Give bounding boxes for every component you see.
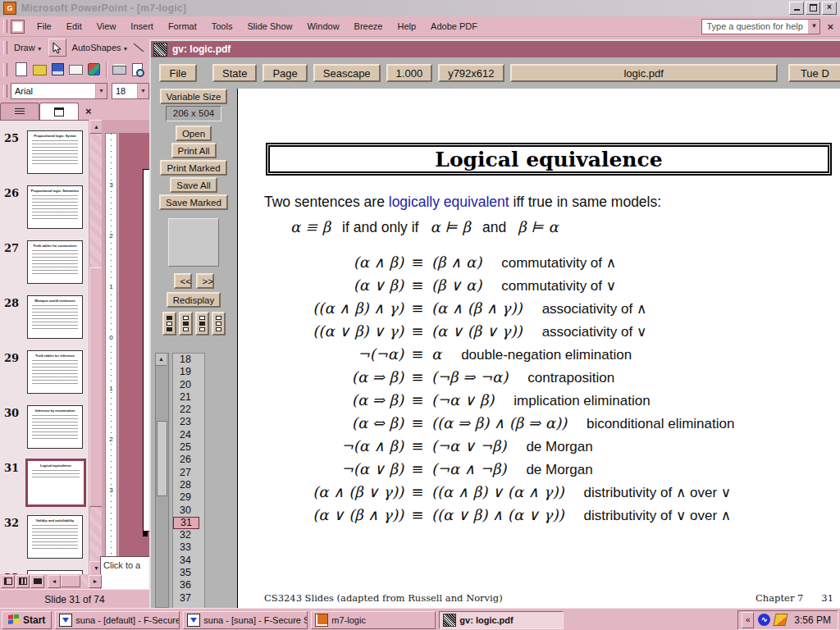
gv-y792x612-button[interactable]: y792x612: [438, 64, 504, 82]
thumbnail-scrollbar[interactable]: ▲ ▼: [89, 120, 103, 574]
toolbar-grip[interactable]: [3, 41, 7, 54]
gv-unmark-button[interactable]: [212, 312, 226, 336]
toolbar-grip[interactable]: [3, 84, 7, 98]
search-icon[interactable]: [86, 62, 101, 76]
scrollbar-thumb[interactable]: [157, 421, 167, 496]
gv-print-all-button[interactable]: Print All: [171, 143, 217, 158]
gv-save-all-button[interactable]: Save All: [170, 177, 217, 193]
fsecure-tray-icon[interactable]: ∿: [758, 614, 770, 626]
gv-mark-all-button[interactable]: [162, 312, 176, 336]
thumbnail-box[interactable]: Truth tables for connectives: [27, 240, 83, 284]
thumbnail-box[interactable]: Validity and satisfiability: [27, 515, 83, 559]
thumbnail-box[interactable]: Truth tables for inference: [27, 350, 83, 394]
slide-sorter-view-button[interactable]: [16, 575, 30, 588]
gv-page-number-26[interactable]: 26: [173, 454, 204, 466]
taskbar-task-suna-suna-f-secure-s-[interactable]: suna - [suna] - F-Secure S...: [183, 611, 308, 629]
font-size-combo[interactable]: 18 ▼: [112, 83, 149, 99]
menu-item-edit[interactable]: Edit: [59, 19, 89, 34]
menu-item-insert[interactable]: Insert: [123, 19, 161, 34]
thumbnail-slide-29[interactable]: 29Truth tables for inference: [0, 350, 89, 395]
gv-page-number-27[interactable]: 27: [173, 467, 204, 479]
gv-filename-button[interactable]: logic.pdf: [510, 64, 778, 82]
thumbnail-slide-28[interactable]: 28Wumpus world sentences: [0, 295, 89, 340]
new-document-icon[interactable]: [14, 62, 29, 76]
chevron-down-icon[interactable]: ▼: [95, 84, 107, 98]
thumbnail-box[interactable]: Inference by enumeration: [27, 405, 83, 449]
tab-slides[interactable]: [39, 103, 79, 120]
gv-page-number-21[interactable]: 21: [173, 391, 204, 404]
save-icon[interactable]: [50, 62, 65, 76]
thumbnail-slide-32[interactable]: 32Validity and satisfiability: [0, 515, 89, 560]
gv-next-page-button[interactable]: >>: [196, 273, 214, 289]
chevron-down-icon[interactable]: ▼: [137, 84, 148, 98]
chevron-down-icon[interactable]: ▼: [808, 20, 819, 34]
close-icon[interactable]: ×: [822, 2, 837, 15]
gv-date-button[interactable]: Tue D: [788, 64, 840, 82]
gv-page-locator[interactable]: [168, 218, 219, 267]
menu-item-view[interactable]: View: [89, 19, 124, 34]
thumbnail-slide-31[interactable]: 31Logical equivalence: [0, 460, 89, 505]
gv-page-number-30[interactable]: 30: [173, 504, 204, 517]
menu-item-file[interactable]: File: [30, 19, 59, 34]
gv-page-button[interactable]: Page: [262, 64, 307, 82]
powerpoint-app-icon[interactable]: G: [3, 2, 16, 15]
scroll-left-icon[interactable]: ◄: [48, 575, 61, 588]
thumbnail-slide-27[interactable]: 27Truth tables for connectives: [0, 240, 89, 285]
gv-page-number-18[interactable]: 18: [173, 354, 204, 366]
menubar-close-icon[interactable]: ×: [820, 21, 840, 33]
resize-handle[interactable]: [143, 532, 148, 536]
line-tool-icon[interactable]: [131, 41, 146, 54]
gv-page-number-31[interactable]: 31: [173, 517, 199, 529]
gv-save-marked-button[interactable]: Save Marked: [159, 194, 228, 210]
gv-page-number-25[interactable]: 25: [173, 441, 204, 454]
menu-item-format[interactable]: Format: [161, 19, 204, 34]
thumbnail-slide-26[interactable]: 26Propositional logic: Semantics: [0, 185, 89, 231]
draw-menu-button[interactable]: Draw▼: [11, 41, 46, 54]
gv-open-button[interactable]: Open: [176, 126, 212, 141]
gv-page-number-20[interactable]: 20: [173, 379, 204, 391]
menu-item-slide-show[interactable]: Slide Show: [240, 19, 299, 34]
help-question-box[interactable]: Type a question for help ▼: [701, 19, 820, 34]
menu-item-help[interactable]: Help: [390, 19, 423, 34]
gv-dimensions-display[interactable]: 206 x 504: [166, 106, 221, 121]
thumbnail-box[interactable]: Propositional logic: Syntax: [27, 130, 83, 174]
tab-outline[interactable]: [0, 103, 39, 120]
slideshow-view-button[interactable]: [30, 575, 44, 588]
toolbar-grip[interactable]: [3, 20, 7, 33]
tray-collapse-icon[interactable]: «: [742, 612, 754, 628]
gv-1-000-button[interactable]: 1.000: [386, 64, 433, 82]
gv-print-marked-button[interactable]: Print Marked: [160, 160, 226, 176]
scrollbar-thumb[interactable]: [61, 575, 80, 587]
toolbar-grip[interactable]: [3, 63, 7, 76]
scroll-right-icon[interactable]: ►: [89, 575, 102, 588]
print-preview-icon[interactable]: [130, 62, 144, 76]
print-icon[interactable]: [112, 62, 126, 76]
gv-page-number-37[interactable]: 37: [173, 592, 204, 605]
pen-tray-icon[interactable]: [774, 614, 788, 626]
gv-seascape-button[interactable]: Seascape: [313, 64, 381, 82]
scroll-up-icon[interactable]: ▲: [156, 354, 167, 366]
thumbnail-box[interactable]: Logical equivalence: [25, 459, 86, 507]
gv-page-number-29[interactable]: 29: [173, 491, 204, 504]
pane-close-icon[interactable]: ×: [85, 105, 92, 120]
gv-variable-size-button[interactable]: Variable Size: [160, 89, 228, 104]
font-name-combo[interactable]: Arial ▼: [11, 83, 107, 99]
document-icon[interactable]: [11, 20, 25, 34]
thumbnail-box[interactable]: Wumpus world sentences: [27, 295, 83, 339]
menu-item-adobe-pdf[interactable]: Adobe PDF: [423, 19, 485, 34]
gv-page-number-19[interactable]: 19: [173, 366, 204, 378]
gv-state-button[interactable]: State: [212, 64, 257, 82]
gv-mark-even-button[interactable]: [179, 312, 193, 336]
autoshapes-menu-button[interactable]: AutoShapes▼: [69, 41, 132, 54]
gv-page-number-32[interactable]: 32: [173, 529, 204, 541]
thumbnail-box[interactable]: Propositional logic: Semantics: [27, 185, 83, 229]
normal-view-button[interactable]: [1, 575, 15, 588]
gv-file-button[interactable]: File: [159, 64, 197, 82]
start-button[interactable]: Start: [2, 611, 52, 629]
horizontal-scrollbar[interactable]: ◄ ►: [48, 575, 102, 587]
gv-redisplay-button[interactable]: Redisplay: [167, 292, 221, 308]
mail-icon[interactable]: [68, 62, 83, 76]
taskbar-task-suna-default-f-secure-[interactable]: suna - [default] - F-Secure...: [55, 611, 180, 629]
restore-icon[interactable]: [806, 2, 820, 15]
gv-page-number-28[interactable]: 28: [173, 479, 204, 491]
